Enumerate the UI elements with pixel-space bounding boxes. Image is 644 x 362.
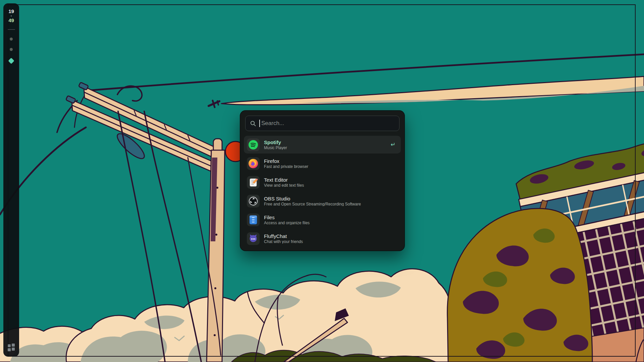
launcher-result-files[interactable]: Files Access and organize files: [244, 211, 401, 229]
result-description: Music Player: [264, 146, 386, 150]
clock-separator-dot: [11, 15, 12, 16]
search-bar[interactable]: [245, 116, 399, 131]
result-title: OBS Studio: [264, 196, 397, 201]
app-icon-tile: [247, 214, 260, 226]
app-icon-tile: [247, 157, 260, 170]
firefox-icon: [248, 159, 258, 169]
grid-icon: [12, 348, 15, 351]
launcher-result-obs-studio[interactable]: OBS Studio Free and Open Source Streamin…: [244, 192, 401, 210]
search-results: Spotify Music Player ↵: [244, 136, 401, 247]
result-description: View and edit text files: [264, 183, 397, 187]
sidebar-divider: [8, 29, 15, 30]
launcher-result-fluffychat[interactable]: FluffyChat Chat with your friends: [244, 230, 401, 247]
app-launcher: Spotify Music Player ↵: [240, 111, 405, 251]
spotify-icon: [248, 140, 258, 150]
clock: 19 49: [8, 9, 14, 23]
result-description: Chat with your friends: [264, 240, 397, 244]
obs-studio-icon: [248, 196, 259, 206]
result-title: Text Editor: [264, 177, 397, 182]
app-icon-tile: [247, 138, 260, 151]
launcher-result-firefox[interactable]: Firefox Fast and private browser: [244, 155, 401, 172]
result-description: Fast and private browser: [264, 165, 397, 169]
workspace-active-diamond[interactable]: [8, 58, 14, 64]
result-description: Access and organize files: [264, 221, 397, 225]
launcher-result-text-editor[interactable]: Text Editor View and edit text files: [244, 173, 401, 191]
workspace-dot-1[interactable]: [10, 38, 13, 41]
result-title: FluffyChat: [264, 234, 397, 239]
app-icon-tile: [247, 176, 260, 189]
workspace-dot-2[interactable]: [10, 48, 13, 51]
text-caret: [259, 120, 260, 127]
search-icon: [250, 121, 256, 126]
result-title: Spotify: [264, 140, 386, 145]
clock-minutes: 49: [8, 18, 14, 23]
show-apps-button[interactable]: [8, 344, 15, 351]
result-title: Files: [264, 215, 397, 220]
grid-icon: [12, 344, 15, 347]
enter-key-hint: ↵: [391, 141, 395, 148]
result-title: Firefox: [264, 159, 397, 164]
files-icon: [249, 215, 258, 225]
grid-icon: [8, 348, 11, 351]
app-icon-tile: [247, 195, 260, 207]
launcher-result-spotify[interactable]: Spotify Music Player ↵: [244, 136, 401, 154]
grid-icon: [8, 344, 10, 347]
fluffychat-icon: [248, 234, 258, 244]
app-icon-tile: [247, 232, 260, 245]
result-description: Free and Open Source Streaming/Recording…: [264, 202, 397, 206]
sidebar-bar: 19 49: [3, 3, 19, 357]
clock-hours: 19: [8, 9, 14, 14]
text-editor-icon: [248, 177, 258, 187]
search-input[interactable]: [261, 120, 394, 127]
